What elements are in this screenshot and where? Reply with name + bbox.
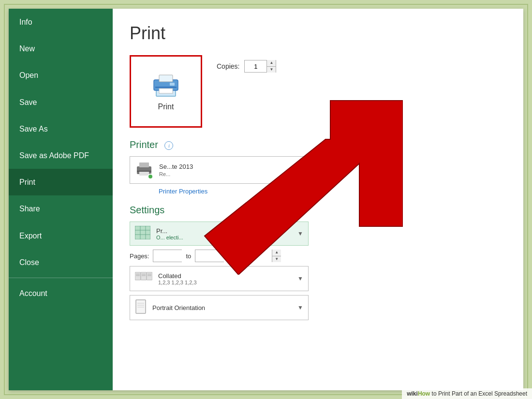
collated-dropdown-arrow: ▼ <box>297 275 303 282</box>
collated-main: Collated <box>158 272 297 280</box>
printer-status-dot <box>148 174 153 179</box>
pages-to-group: ▲ ▼ <box>195 250 224 262</box>
sidebar-item-print[interactable]: Print <box>9 169 113 195</box>
pages-to-spinner: ▲ ▼ <box>272 250 281 262</box>
svg-rect-24 <box>136 300 146 313</box>
sidebar-item-account[interactable]: Account <box>9 280 113 307</box>
wiki-text: wiki <box>407 390 418 397</box>
copies-area: Copies: ▲ ▼ <box>217 60 276 73</box>
collated-sub: 1,2,3 1,2,3 1,2,3 <box>158 280 297 285</box>
printer-properties-link[interactable]: Printer Properties <box>159 188 506 195</box>
portrait-label: Portrait Orientation <box>152 304 297 311</box>
sidebar-item-new[interactable]: New <box>9 35 113 62</box>
app-container: Info New Open Save Save As Save as Adobe… <box>9 9 523 390</box>
printer-icon <box>151 72 180 99</box>
sidebar-item-save-as[interactable]: Save As <box>9 116 113 142</box>
pages-row: Pages: ▲ ▼ to ▲ ▼ <box>130 250 309 262</box>
portrait-icon <box>135 299 147 314</box>
pages-to-label: to <box>186 252 191 260</box>
portrait-dropdown[interactable]: Portrait Orientation ▼ <box>130 295 309 320</box>
sidebar-divider <box>9 278 113 278</box>
portrait-icon-area <box>135 299 147 316</box>
svg-rect-20 <box>142 275 146 276</box>
print-button-label: Print <box>158 103 174 111</box>
copies-up-button[interactable]: ▲ <box>267 60 276 66</box>
sidebar-item-export[interactable]: Export <box>9 222 113 249</box>
printer-status: Re... <box>159 171 297 177</box>
portrait-dropdown-arrow: ▼ <box>297 304 303 311</box>
printer-icon-area <box>135 161 153 179</box>
sidebar-item-info[interactable]: Info <box>9 9 113 35</box>
sidebar-item-open[interactable]: Open <box>9 62 113 89</box>
print-button-area: Print Copies: ▲ ▼ <box>130 55 506 128</box>
svg-rect-17 <box>136 275 140 276</box>
wikihow-description: to Print Part of an Excel Spreadsheet <box>430 390 527 397</box>
copies-label: Copies: <box>217 62 239 70</box>
printer-section: Printer i Se...te 2013 Re... <box>130 139 506 195</box>
copies-input-group: ▲ ▼ <box>244 60 276 73</box>
sidebar-item-save-adobe[interactable]: Save as Adobe PDF <box>9 142 113 169</box>
collated-info: Collated 1,2,3 1,2,3 1,2,3 <box>158 272 297 285</box>
svg-rect-10 <box>135 226 150 239</box>
svg-rect-4 <box>170 83 175 86</box>
svg-rect-3 <box>159 89 173 93</box>
settings-info: Pr... O... electi... <box>156 227 297 240</box>
print-what-dropdown[interactable]: Pr... O... electi... ▼ <box>130 222 309 246</box>
grid-icon-area <box>135 226 150 241</box>
svg-rect-9 <box>137 171 151 172</box>
copies-input[interactable] <box>245 60 266 72</box>
printer-section-header: Printer i <box>130 139 506 150</box>
collated-icon <box>135 270 152 285</box>
svg-rect-15 <box>135 272 141 280</box>
settings-main: Pr... <box>156 227 297 235</box>
sidebar: Info New Open Save Save As Save as Adobe… <box>9 9 113 390</box>
settings-dropdown-arrow: ▼ <box>297 230 303 237</box>
svg-rect-16 <box>136 274 140 275</box>
wikihow-bar: wikiHow to Print Part of an Excel Spread… <box>402 388 532 399</box>
svg-rect-2 <box>159 75 173 82</box>
page-title: Print <box>130 23 506 44</box>
settings-section-header: Settings <box>130 205 506 216</box>
grid-icon <box>135 226 150 239</box>
printer-info: Se...te 2013 Re... <box>159 163 297 177</box>
sidebar-item-close[interactable]: Close <box>9 249 113 276</box>
copies-down-button[interactable]: ▼ <box>267 66 276 73</box>
pages-label: Pages: <box>130 252 149 260</box>
pages-to-down[interactable]: ▼ <box>272 256 281 263</box>
print-button[interactable]: Print <box>130 55 202 128</box>
svg-rect-19 <box>142 274 146 275</box>
collated-icon-area <box>135 270 152 287</box>
svg-rect-18 <box>141 272 147 280</box>
printer-dropdown[interactable]: Se...te 2013 Re... ▼ <box>130 156 309 184</box>
svg-rect-7 <box>139 163 149 167</box>
main-content: Print Print <box>113 9 523 390</box>
pages-to-input[interactable] <box>195 250 272 262</box>
pages-from-group: ▲ ▼ <box>153 250 182 262</box>
collated-dropdown[interactable]: Collated 1,2,3 1,2,3 1,2,3 ▼ <box>130 266 309 291</box>
printer-name: Se...te 2013 <box>159 163 297 170</box>
how-text: How <box>418 390 430 397</box>
printer-dropdown-arrow: ▼ <box>297 167 303 174</box>
svg-rect-5 <box>155 87 177 88</box>
copies-spinner: ▲ ▼ <box>266 60 276 73</box>
sidebar-item-save[interactable]: Save <box>9 89 113 116</box>
info-icon[interactable]: i <box>164 141 173 150</box>
sidebar-item-share[interactable]: Share <box>9 195 113 222</box>
settings-section: Settings Pr... O... electi... <box>130 205 506 320</box>
svg-rect-22 <box>148 274 151 275</box>
pages-to-up[interactable]: ▲ <box>272 250 281 256</box>
settings-sub: O... electi... <box>156 235 297 240</box>
svg-rect-21 <box>147 272 152 280</box>
svg-rect-23 <box>148 275 151 276</box>
